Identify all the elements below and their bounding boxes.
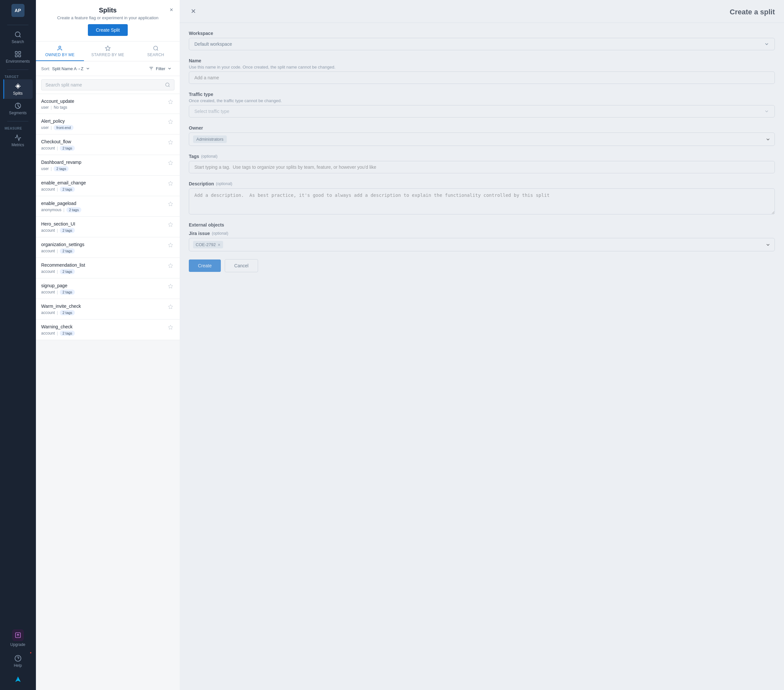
- star-button[interactable]: [166, 324, 175, 332]
- split-item-name: Alert_policy: [41, 118, 166, 124]
- star-button[interactable]: [166, 283, 175, 291]
- description-textarea[interactable]: [189, 188, 775, 214]
- star-button[interactable]: [166, 221, 175, 229]
- split-item-name: Warm_invite_check: [41, 304, 166, 309]
- splits-list: Account_update user | No tags Alert_poli…: [36, 94, 180, 690]
- workspace-field: Workspace Default workspace: [189, 31, 775, 50]
- svg-marker-21: [168, 140, 173, 144]
- splits-panel-header: × Splits Create a feature flag or experi…: [36, 0, 180, 41]
- split-type: account: [41, 249, 55, 253]
- split-list-item[interactable]: enable_email_change account | 2 tags: [36, 176, 180, 196]
- workspace-chevron-icon: [764, 41, 769, 47]
- close-create-panel-button[interactable]: [189, 7, 198, 17]
- star-button[interactable]: [166, 159, 175, 168]
- split-item-name: organization_settings: [41, 242, 166, 247]
- close-splits-panel-button[interactable]: ×: [168, 5, 175, 15]
- tab-owned-by-me[interactable]: OWNED BY ME: [36, 41, 84, 61]
- split-list-item[interactable]: Dashboard_revamp user | 2 tags: [36, 155, 180, 176]
- owner-select[interactable]: Administrators: [189, 133, 775, 146]
- split-item-name: enable_pageload: [41, 201, 166, 206]
- svg-rect-4: [15, 55, 17, 57]
- star-button[interactable]: [166, 118, 175, 127]
- sidebar-item-search-label: Search: [12, 39, 24, 44]
- sidebar-item-metrics[interactable]: Metrics: [3, 131, 33, 151]
- star-button[interactable]: [166, 263, 175, 270]
- sidebar-item-environments[interactable]: Environments: [3, 47, 33, 67]
- sidebar-item-upgrade[interactable]: Upgrade: [3, 626, 33, 650]
- search-icon: [14, 31, 21, 38]
- star-outline-icon: [168, 160, 173, 166]
- split-list-item[interactable]: enable_pageload anonymous | 2 tags: [36, 196, 180, 217]
- filter-label: Filter: [156, 66, 165, 71]
- star-outline-icon: [168, 263, 173, 268]
- search-input-icon: [165, 82, 170, 87]
- svg-rect-5: [18, 55, 20, 57]
- create-split-button[interactable]: Create Split: [88, 24, 127, 36]
- workspace-select[interactable]: Default workspace: [189, 38, 775, 50]
- split-item-info: Hero_section_UI account | 2 tags: [41, 221, 166, 233]
- sidebar-item-search[interactable]: Search: [3, 28, 33, 47]
- split-tags: 2 tags: [66, 207, 81, 212]
- filter-button[interactable]: Filter: [146, 65, 175, 72]
- sidebar-item-splits[interactable]: Splits: [3, 79, 33, 99]
- split-list-item[interactable]: Warm_invite_check account | 2 tags: [36, 299, 180, 320]
- meta-separator: |: [57, 249, 58, 253]
- tab-starred-by-me[interactable]: STARRED BY ME: [84, 41, 132, 61]
- split-item-info: Dashboard_revamp user | 2 tags: [41, 159, 166, 171]
- cancel-button[interactable]: Cancel: [225, 259, 258, 272]
- jira-tag-remove-button[interactable]: ×: [217, 243, 220, 247]
- jira-label: Jira issue: [189, 231, 210, 236]
- split-list-item[interactable]: Account_update user | No tags: [36, 94, 180, 114]
- star-button[interactable]: [166, 139, 175, 147]
- split-item-info: Checkout_flow account | 2 tags: [41, 139, 166, 151]
- meta-separator: |: [57, 290, 58, 294]
- create-button[interactable]: Create: [189, 260, 221, 272]
- split-list-item[interactable]: signup_page account | 2 tags: [36, 278, 180, 299]
- svg-line-1: [19, 36, 21, 37]
- search-input[interactable]: [45, 82, 162, 87]
- star-button[interactable]: [166, 201, 175, 209]
- split-tags: 2 tags: [54, 166, 69, 171]
- meta-separator: |: [57, 187, 58, 192]
- split-item-meta: account | 2 tags: [41, 248, 166, 254]
- sidebar-divider-3: [7, 121, 28, 122]
- star-button[interactable]: [166, 242, 175, 250]
- svg-marker-19: [168, 100, 173, 104]
- name-input[interactable]: [189, 71, 775, 84]
- traffic-type-field: Traffic type Once created, the traffic t…: [189, 92, 775, 118]
- split-tags: 2 tags: [60, 248, 75, 254]
- split-item-meta: user | 2 tags: [41, 166, 166, 171]
- star-outline-icon: [168, 304, 173, 309]
- split-list-item[interactable]: Recommendation_list account | 2 tags: [36, 258, 180, 278]
- tab-search[interactable]: SEARCH: [132, 41, 180, 61]
- sidebar-divider: [7, 25, 28, 25]
- star-button[interactable]: [166, 304, 175, 311]
- split-list-item[interactable]: organization_settings account | 2 tags: [36, 237, 180, 258]
- split-list-item[interactable]: Alert_policy user | front-end: [36, 114, 180, 135]
- form-actions: Create Cancel: [189, 259, 775, 275]
- split-list-item[interactable]: Hero_section_UI account | 2 tags: [36, 217, 180, 237]
- sidebar-item-brand[interactable]: [3, 672, 33, 686]
- traffic-type-sublabel: Once created, the traffic type cannot be…: [189, 98, 775, 103]
- sidebar-item-segments[interactable]: Segments: [3, 99, 33, 118]
- environments-icon: [14, 51, 21, 58]
- split-tags: front-end: [54, 125, 73, 130]
- svg-marker-22: [168, 161, 173, 165]
- traffic-type-select[interactable]: Select traffic type: [189, 105, 775, 118]
- star-button[interactable]: [166, 180, 175, 188]
- description-optional: (optional): [216, 181, 232, 186]
- jira-input[interactable]: COE-2792 ×: [189, 238, 775, 251]
- tabs-row: OWNED BY ME STARRED BY ME SEARCH: [36, 41, 180, 61]
- split-type: account: [41, 331, 55, 335]
- star-button[interactable]: [166, 99, 175, 107]
- tags-input[interactable]: [189, 161, 775, 173]
- star-outline-icon: [168, 325, 173, 330]
- star-outline-icon: [168, 222, 173, 227]
- split-item-info: Warning_check account | 2 tags: [41, 324, 166, 336]
- sidebar-item-help[interactable]: Help: [3, 652, 33, 671]
- split-list-item[interactable]: Warning_check account | 2 tags: [36, 320, 180, 340]
- external-objects-title: External objects: [189, 222, 775, 227]
- split-tags: 2 tags: [60, 228, 75, 233]
- sort-dropdown[interactable]: Sort: Split Name A→Z: [41, 66, 90, 71]
- split-list-item[interactable]: Checkout_flow account | 2 tags: [36, 135, 180, 155]
